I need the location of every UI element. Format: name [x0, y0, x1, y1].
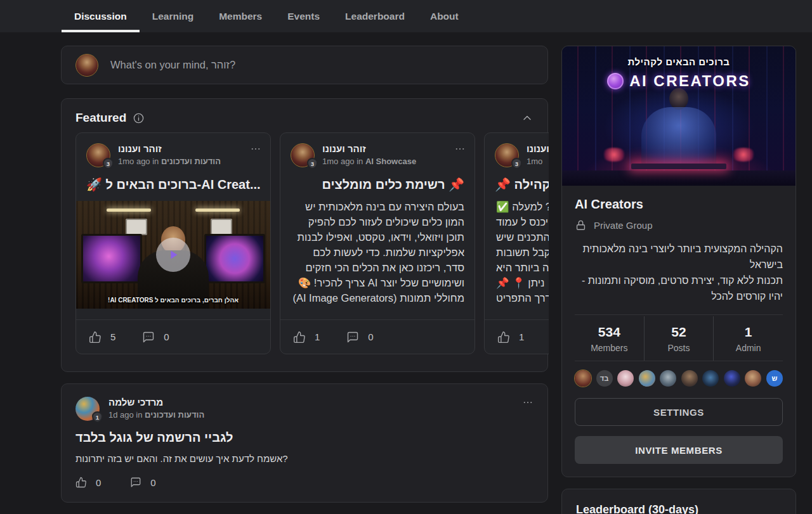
post-meta: 1mo ago in AI Showcase: [322, 157, 416, 166]
group-card: ברוכים הבאים לקהילת AI CREATORS AI Creat…: [561, 46, 796, 477]
author-block: זוהר וענונו 1mo ago in הודעות ועדכונים: [118, 143, 221, 166]
more-options-icon[interactable]: [250, 143, 261, 155]
post-meta: 1d ago in הודעות ועדכונים: [108, 410, 204, 420]
author-name[interactable]: זוהר וענונו: [118, 143, 221, 154]
post-title[interactable]: 🚀 ברוכים הבאים ל-AI Creat...: [86, 177, 260, 192]
decor-speaker: [211, 219, 232, 235]
category-link[interactable]: AI Showcase: [365, 157, 416, 166]
tab-leaderboard[interactable]: Leaderboard: [332, 0, 417, 32]
post-title[interactable]: 📌 רשימת כלים מומלצים: [291, 177, 464, 192]
featured-card-tools[interactable]: 3 זוהר וענונו 1mo ago in AI Showcase 📌 ר…: [280, 132, 475, 354]
banner-logo: AI CREATORS: [562, 72, 796, 90]
top-nav: Discussion Learning Members Events Leade…: [0, 0, 812, 32]
member-avatar[interactable]: [681, 370, 698, 387]
member-avatars-row: בד ש: [575, 361, 783, 388]
body-line: ✅ למעלה ?: [496, 199, 549, 214]
user-avatar: [75, 54, 98, 77]
featured-title: Featured: [75, 111, 126, 125]
like-button[interactable]: 1: [293, 331, 320, 344]
play-button[interactable]: [156, 238, 190, 272]
tab-events[interactable]: Events: [275, 0, 332, 32]
banner-figure: [669, 88, 688, 110]
member-avatar[interactable]: ש: [766, 370, 783, 387]
leaderboard-card: Leaderboard (30-days): [561, 489, 796, 514]
member-avatar[interactable]: [660, 370, 676, 387]
member-avatar[interactable]: [702, 370, 719, 387]
group-name: AI Creators: [575, 197, 783, 212]
member-avatar[interactable]: [745, 370, 761, 387]
level-badge: 3: [103, 158, 114, 169]
banner-desk: [562, 170, 796, 186]
more-options-icon[interactable]: [454, 143, 466, 155]
member-avatar[interactable]: [575, 370, 591, 387]
category-link[interactable]: הודעות ועדכונים: [145, 410, 204, 420]
comment-button[interactable]: 0: [130, 477, 155, 488]
post-title[interactable]: 📌 קהילה: [495, 177, 549, 192]
thumbs-up-icon: [75, 477, 87, 488]
comment-button[interactable]: 0: [346, 331, 373, 344]
tab-about[interactable]: About: [417, 0, 471, 32]
settings-button[interactable]: SETTINGS: [575, 398, 783, 426]
banner-glow: [731, 148, 756, 162]
author-block: זוהר וענונו 1mo ago in AI Showcase: [322, 143, 416, 166]
body-line: דרך התפריט: [496, 290, 549, 305]
author-name[interactable]: מרדכי שלמה: [108, 397, 204, 408]
group-banner-image[interactable]: ברוכים הבאים לקהילת AI CREATORS: [562, 46, 796, 186]
brain-icon: [607, 73, 624, 89]
decor-monitor: [204, 234, 265, 283]
tab-members[interactable]: Members: [206, 0, 275, 32]
card-footer: 1: [485, 319, 549, 354]
like-count: 5: [110, 331, 115, 342]
group-stats: 534 Members 52 Posts 1 Admin: [575, 316, 783, 361]
author-avatar[interactable]: 3: [291, 143, 315, 167]
like-button[interactable]: 1: [497, 331, 524, 344]
member-avatar[interactable]: בד: [596, 370, 613, 387]
author-avatar[interactable]: 1: [75, 397, 100, 421]
author-avatar[interactable]: 3: [86, 143, 110, 167]
comment-button[interactable]: 0: [142, 331, 169, 344]
post-card[interactable]: 1 מרדכי שלמה 1d ago in הודעות ועדכונים ל…: [61, 383, 548, 503]
composer-placeholder: What's on your mind, זוהר?: [110, 59, 235, 71]
member-avatar[interactable]: [639, 370, 655, 387]
banner-keyboard: [631, 164, 726, 169]
featured-header: Featured: [62, 99, 547, 132]
level-badge: 3: [307, 158, 318, 169]
member-avatar[interactable]: [724, 370, 740, 387]
post-composer[interactable]: What's on your mind, זוהר?: [61, 46, 548, 84]
like-button[interactable]: 5: [89, 331, 115, 344]
author-name[interactable]: זוהר וענונו: [322, 143, 416, 154]
stat-posts: 52 Posts: [644, 316, 714, 361]
level-badge: 3: [511, 158, 522, 169]
tab-discussion[interactable]: Discussion: [62, 0, 140, 32]
category-link[interactable]: הודעות ועדכונים: [161, 157, 221, 166]
more-options-icon[interactable]: [522, 397, 534, 408]
card-footer: 1 0: [280, 319, 475, 354]
post-body[interactable]: אשמח לדעת איך עושים את זה. והאם יש בזה י…: [75, 453, 534, 465]
like-button[interactable]: 0: [75, 477, 101, 488]
group-privacy: Private Group: [575, 219, 783, 231]
featured-card-community-guide[interactable]: 3 זוהר וענונו 1mo 📌 קהילה ✅ למעלה ? היכנ…: [484, 132, 549, 354]
tab-learning[interactable]: Learning: [140, 0, 206, 32]
comment-count: 0: [164, 331, 169, 342]
like-count: 1: [315, 331, 320, 342]
info-icon[interactable]: [133, 112, 145, 124]
post-body[interactable]: ✅ למעלה ? היכנס ל עמוד התכנים שיש קבל תש…: [496, 199, 549, 305]
comment-count: 0: [150, 477, 155, 488]
author-avatar[interactable]: 3: [495, 143, 519, 167]
description-line: תכנות ללא קוד, יצירת סרטים, מוסיקה ותמונ…: [575, 273, 783, 304]
post-meta: 1mo: [527, 157, 549, 166]
post-body[interactable]: בעולם היצירה עם בינה מלאכותית יש המון כל…: [291, 199, 464, 305]
card-header: 3 זוהר וענונו 1mo ago in AI Showcase: [280, 133, 475, 167]
chevron-up-icon[interactable]: [521, 112, 534, 124]
invite-members-button[interactable]: INVITE MEMBERS: [575, 436, 783, 464]
author-name[interactable]: זוהר וענונו: [527, 143, 549, 154]
featured-card-welcome[interactable]: 3 זוהר וענונו 1mo ago in הודעות ועדכונים…: [75, 132, 271, 354]
card-header: 3 זוהר וענונו 1mo: [485, 133, 549, 167]
member-avatar[interactable]: [617, 370, 634, 387]
decor-light: [107, 209, 151, 212]
decor-light: [195, 209, 240, 212]
post-title[interactable]: לגביי הרשמה של גוגל בלבד: [75, 430, 534, 445]
video-thumbnail[interactable]: אהלן חברים, ברוכים הבאים ל AI CREATORS!: [76, 201, 270, 309]
comment-count: 0: [368, 331, 373, 342]
body-line: היכנס ל עמוד: [496, 214, 549, 229]
